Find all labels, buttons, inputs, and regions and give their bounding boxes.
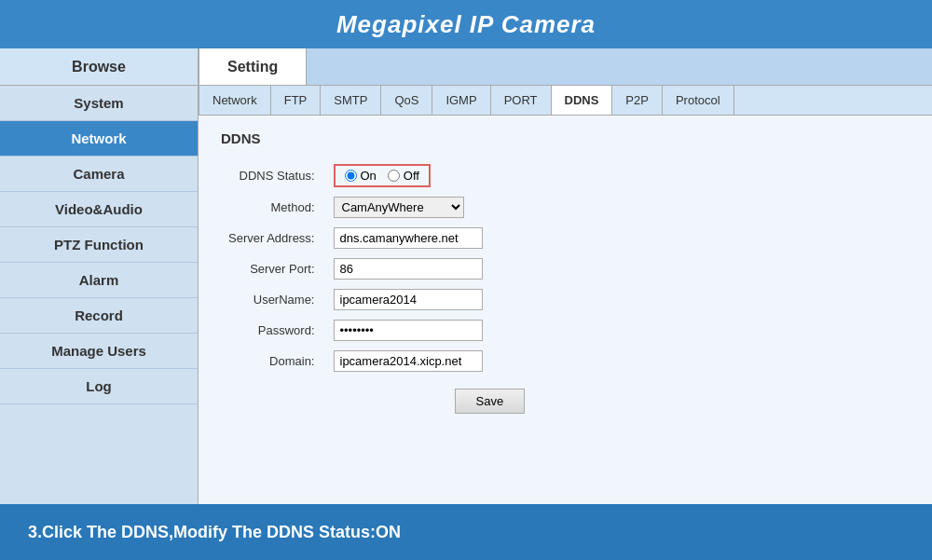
sub-tab-ftp[interactable]: FTP [271,86,322,115]
radio-off[interactable]: Off [388,169,419,183]
nav-browse[interactable]: Browse [0,48,199,85]
sub-tab-port[interactable]: PORT [491,86,552,115]
server-address-row: Server Address: [221,223,532,253]
method-value: CamAnyWhere DynDNS No-IP [326,192,533,223]
sub-tabs: NetworkFTPSMTPQoSIGMPPORTDDNSP2PProtocol [199,86,932,116]
sub-tab-protocol[interactable]: Protocol [663,86,734,115]
section-title: DDNS [221,130,910,146]
sidebar-item-system[interactable]: System [0,86,198,121]
save-button[interactable]: Save [455,389,526,414]
save-row: Save [221,376,532,418]
method-label: Method: [221,192,326,223]
radio-on-input[interactable] [345,170,357,182]
sub-tab-qos[interactable]: QoS [381,86,432,115]
sidebar-item-manage-users[interactable]: Manage Users [0,334,198,369]
password-input[interactable] [334,320,483,341]
domain-row: Domain: [221,346,532,376]
app-title: Megapixel IP Camera [336,10,596,39]
nav-setting[interactable]: Setting [199,48,307,85]
sub-tab-smtp[interactable]: SMTP [321,86,381,115]
radio-on[interactable]: On [345,169,377,183]
domain-input[interactable] [334,350,483,372]
ddns-status-value: On Off [326,159,533,192]
username-row: UserName: [221,284,532,315]
top-nav: Browse Setting [0,48,932,86]
sub-tab-network[interactable]: Network [199,86,271,115]
sidebar-item-alarm[interactable]: Alarm [0,263,198,298]
server-address-input[interactable] [334,227,483,249]
sidebar-item-video-audio[interactable]: Video&Audio [0,192,198,227]
domain-label: Domain: [221,346,326,376]
content-area: NetworkFTPSMTPQoSIGMPPORTDDNSP2PProtocol… [199,86,932,504]
server-port-label: Server Port: [221,253,326,284]
radio-off-input[interactable] [388,170,400,182]
header: Megapixel IP Camera [0,0,932,48]
ddns-status-row: DDNS Status: On Off [221,159,532,192]
footer-text: 3.Click The DDNS,Modify The DDNS Status:… [28,523,401,542]
sidebar-item-record[interactable]: Record [0,298,198,334]
username-input[interactable] [334,289,483,310]
sub-tab-p2p[interactable]: P2P [612,86,663,115]
content-panel: DDNS DDNS Status: On Off [199,116,932,433]
sidebar-item-ptz[interactable]: PTZ Function [0,227,198,263]
username-label: UserName: [221,284,326,315]
main-layout: SystemNetworkCameraVideo&AudioPTZ Functi… [0,86,932,504]
method-select[interactable]: CamAnyWhere DynDNS No-IP [334,197,464,218]
server-address-label: Server Address: [221,223,326,253]
password-row: Password: [221,315,532,346]
method-row: Method: CamAnyWhere DynDNS No-IP [221,192,532,223]
server-port-row: Server Port: [221,253,532,284]
sidebar: SystemNetworkCameraVideo&AudioPTZ Functi… [0,86,199,504]
server-port-input[interactable] [334,258,483,280]
ddns-status-label: DDNS Status: [221,159,326,192]
ddns-status-box: On Off [334,164,431,187]
sidebar-item-log[interactable]: Log [0,369,198,404]
sub-tab-igmp[interactable]: IGMP [432,86,490,115]
ddns-form: DDNS Status: On Off [221,159,532,418]
sidebar-item-network[interactable]: Network [0,121,198,157]
sidebar-item-camera[interactable]: Camera [0,157,198,192]
password-label: Password: [221,315,326,346]
sub-tab-ddns[interactable]: DDNS [552,86,613,115]
footer: 3.Click The DDNS,Modify The DDNS Status:… [0,504,932,560]
